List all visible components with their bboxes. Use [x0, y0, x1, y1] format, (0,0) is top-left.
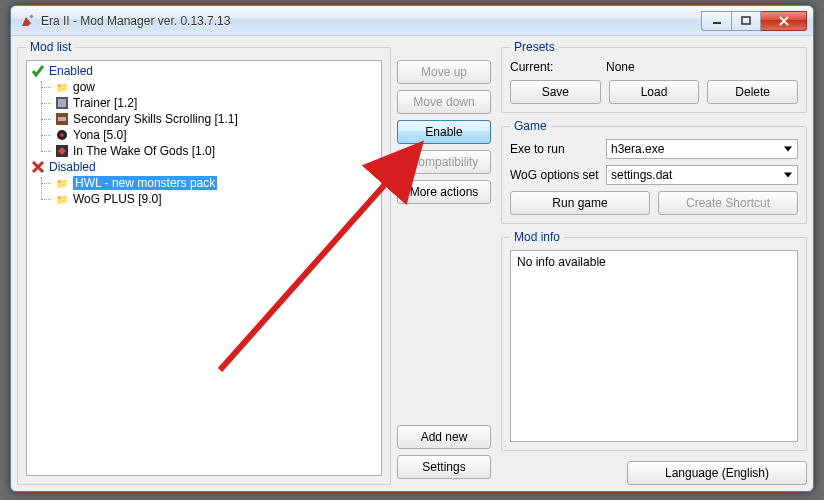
maximize-button[interactable] — [731, 11, 761, 31]
modinfo-legend: Mod info — [510, 230, 564, 244]
mod-label: Secondary Skills Scrolling [1.1] — [73, 112, 238, 126]
disabled-group: Disabled 📁 HWL - new monsters pack 📁 WoG… — [27, 159, 381, 207]
mod-icon — [55, 144, 69, 158]
check-icon — [31, 64, 45, 78]
game-panel: Game Exe to run h3era.exe WoG options se… — [501, 119, 807, 224]
disabled-group-header[interactable]: Disabled — [27, 159, 381, 175]
app-window: Era II - Mod Manager ver. 0.13.7.13 Mod … — [10, 5, 814, 492]
mod-item[interactable]: Trainer [1.2] — [27, 95, 381, 111]
presets-panel: Presets Current: None Save Load Delete — [501, 40, 807, 113]
svg-rect-1 — [713, 22, 721, 24]
mod-icon — [55, 112, 69, 126]
mod-tree[interactable]: Enabled 📁 gow Trainer [1.2] — [26, 60, 382, 476]
preset-delete-button[interactable]: Delete — [707, 80, 798, 104]
mod-item[interactable]: Yona [5.0] — [27, 127, 381, 143]
move-down-button[interactable]: Move down — [397, 90, 491, 114]
mod-label: HWL - new monsters pack — [73, 176, 217, 190]
svg-point-8 — [60, 133, 64, 137]
mod-label: WoG PLUS [9.0] — [73, 192, 161, 206]
minimize-button[interactable] — [701, 11, 731, 31]
svg-rect-0 — [29, 14, 33, 18]
move-up-button[interactable]: Move up — [397, 60, 491, 84]
enabled-group: Enabled 📁 gow Trainer [1.2] — [27, 63, 381, 159]
mod-label: In The Wake Of Gods [1.0] — [73, 144, 215, 158]
presets-legend: Presets — [510, 40, 559, 54]
mod-label: Trainer [1.2] — [73, 96, 137, 110]
add-new-button[interactable]: Add new — [397, 425, 491, 449]
folder-icon: 📁 — [55, 176, 69, 190]
run-game-button[interactable]: Run game — [510, 191, 650, 215]
folder-icon: 📁 — [55, 192, 69, 206]
preset-load-button[interactable]: Load — [609, 80, 700, 104]
svg-rect-2 — [742, 17, 750, 24]
create-shortcut-button[interactable]: Create Shortcut — [658, 191, 798, 215]
x-icon — [31, 160, 45, 174]
settings-button[interactable]: Settings — [397, 455, 491, 479]
folder-icon: 📁 — [55, 80, 69, 94]
mod-item[interactable]: In The Wake Of Gods [1.0] — [27, 143, 381, 159]
preset-save-button[interactable]: Save — [510, 80, 601, 104]
compatibility-button[interactable]: Compatibility — [397, 150, 491, 174]
mod-label: Yona [5.0] — [73, 128, 127, 142]
enable-button[interactable]: Enable — [397, 120, 491, 144]
window-controls — [701, 11, 807, 31]
current-preset-label: Current: — [510, 60, 600, 74]
modlist-legend: Mod list — [26, 40, 75, 54]
mod-item[interactable]: 📁 WoG PLUS [9.0] — [27, 191, 381, 207]
svg-rect-6 — [58, 117, 66, 121]
wog-label: WoG options set — [510, 168, 600, 182]
modinfo-text: No info available — [510, 250, 798, 442]
current-preset-value: None — [606, 60, 635, 74]
modinfo-panel: Mod info No info available — [501, 230, 807, 451]
mod-icon — [55, 96, 69, 110]
mod-item[interactable]: 📁 HWL - new monsters pack — [27, 175, 381, 191]
wog-value: settings.dat — [611, 168, 672, 182]
right-column: Presets Current: None Save Load Delete G… — [501, 40, 807, 485]
window-title: Era II - Mod Manager ver. 0.13.7.13 — [41, 14, 230, 28]
close-button[interactable] — [761, 11, 807, 31]
disabled-group-label: Disabled — [49, 160, 96, 174]
language-button[interactable]: Language (English) — [627, 461, 807, 485]
modlist-panel: Mod list Enabled 📁 gow — [17, 40, 391, 485]
mod-item[interactable]: 📁 gow — [27, 79, 381, 95]
exe-combo[interactable]: h3era.exe — [606, 139, 798, 159]
titlebar[interactable]: Era II - Mod Manager ver. 0.13.7.13 — [11, 6, 813, 36]
wog-combo[interactable]: settings.dat — [606, 165, 798, 185]
enabled-group-label: Enabled — [49, 64, 93, 78]
exe-value: h3era.exe — [611, 142, 664, 156]
svg-rect-4 — [58, 99, 66, 107]
spacer — [397, 210, 495, 425]
language-row: Language (English) — [501, 457, 807, 485]
exe-label: Exe to run — [510, 142, 600, 156]
mod-icon — [55, 128, 69, 142]
game-legend: Game — [510, 119, 551, 133]
mod-label: gow — [73, 80, 95, 94]
action-column: Move up Move down Enable Compatibility M… — [397, 40, 495, 485]
app-icon — [19, 13, 35, 29]
enabled-group-header[interactable]: Enabled — [27, 63, 381, 79]
content-area: Mod list Enabled 📁 gow — [11, 36, 813, 491]
mod-item[interactable]: Secondary Skills Scrolling [1.1] — [27, 111, 381, 127]
more-actions-button[interactable]: More actions — [397, 180, 491, 204]
